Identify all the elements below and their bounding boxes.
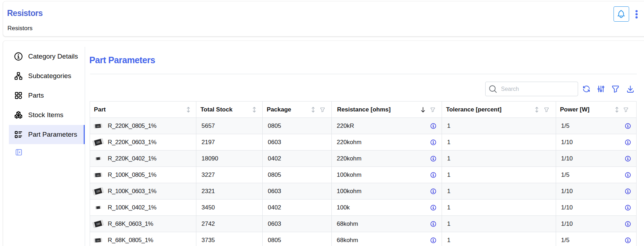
- svg-text:220: 220: [96, 125, 100, 127]
- svg-text:220: 220: [96, 239, 100, 242]
- svg-text:220: 220: [96, 174, 100, 176]
